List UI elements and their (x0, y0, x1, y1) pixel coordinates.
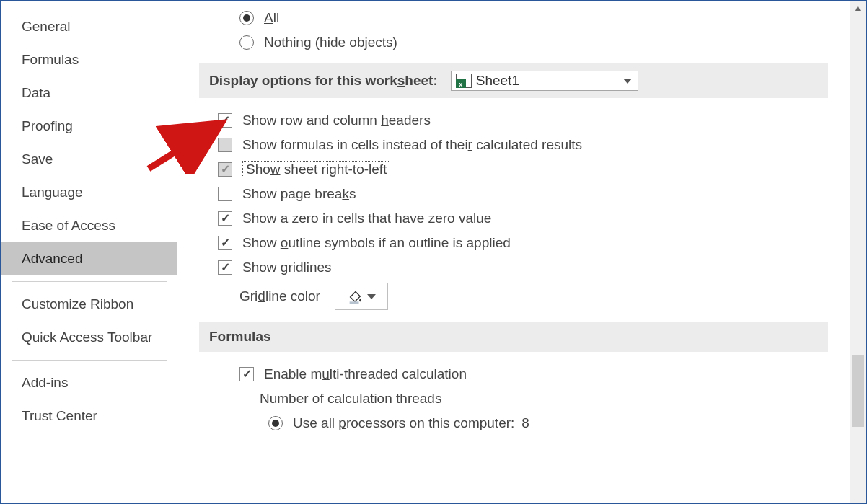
gridline-color-label: Gridline color (239, 288, 320, 304)
checkbox-ws-5[interactable] (218, 236, 232, 250)
checkbox-ws-label-5: Show outline symbols if an outline is ap… (242, 235, 511, 251)
sidebar-item-advanced[interactable]: Advanced (1, 242, 177, 275)
sidebar-item-customize-ribbon[interactable]: Customize Ribbon (1, 288, 177, 321)
chevron-down-icon (367, 294, 376, 299)
sidebar-item-add-ins[interactable]: Add-ins (1, 366, 177, 399)
radio-nothing[interactable] (239, 35, 254, 50)
sidebar-item-ease-of-access[interactable]: Ease of Access (1, 209, 177, 242)
section-formulas: Formulas (199, 322, 828, 352)
checkbox-ws-4[interactable] (218, 211, 232, 226)
sidebar-item-general[interactable]: General (1, 10, 177, 43)
worksheet-select[interactable]: x Sheet1 (451, 71, 638, 91)
threads-label: Number of calculation threads (260, 391, 441, 406)
checkbox-ws-1[interactable] (218, 138, 232, 152)
scrollbar-thumb[interactable] (852, 355, 864, 427)
sidebar-item-formulas[interactable]: Formulas (1, 43, 177, 76)
checkbox-ws-label-4: Show a zero in cells that have zero valu… (242, 211, 491, 226)
sidebar-item-save[interactable]: Save (1, 143, 177, 176)
checkbox-ws-label-0: Show row and column headers (242, 112, 431, 128)
radio-all[interactable] (239, 11, 254, 25)
checkbox-ws-label-1: Show formulas in cells instead of their … (242, 137, 582, 153)
sidebar-item-trust-center[interactable]: Trust Center (1, 399, 177, 433)
options-content: All Nothing (hide objects) Display optio… (177, 1, 850, 503)
worksheet-icon: x (456, 74, 472, 88)
paint-bucket-icon (347, 288, 363, 304)
radio-use-all-processors[interactable] (268, 416, 283, 430)
checkbox-ws-label-2: Show sheet right-to-left (242, 162, 390, 177)
section-title: Display options for this worksheet: (209, 73, 438, 89)
checkbox-enable-multithread-label: Enable multi-threaded calculation (264, 366, 467, 382)
checkbox-ws-label-6: Show gridlines (242, 260, 332, 275)
checkbox-ws-3[interactable] (218, 187, 232, 201)
sidebar-separator (12, 281, 167, 282)
sidebar-item-proofing[interactable]: Proofing (1, 110, 177, 143)
options-sidebar: General Formulas Data Proofing Save Lang… (1, 1, 177, 503)
vertical-scrollbar[interactable]: ▲ (850, 1, 866, 503)
checkbox-ws-2[interactable] (218, 162, 232, 177)
sidebar-item-quick-access-toolbar[interactable]: Quick Access Toolbar (1, 321, 177, 354)
checkbox-ws-0[interactable] (218, 113, 232, 128)
checkbox-ws-6[interactable] (218, 260, 232, 275)
sidebar-item-data[interactable]: Data (1, 76, 177, 110)
checkbox-enable-multithread[interactable] (239, 367, 254, 381)
radio-all-label: All (264, 10, 279, 26)
worksheet-select-value: Sheet1 (476, 73, 519, 89)
section-title-formulas: Formulas (209, 329, 271, 345)
section-display-worksheet: Display options for this worksheet: x Sh… (199, 63, 828, 98)
sidebar-separator (12, 360, 167, 361)
chevron-down-icon (623, 79, 632, 84)
checkbox-ws-label-3: Show page breaks (242, 186, 356, 202)
scroll-up-icon[interactable]: ▲ (850, 3, 866, 13)
sidebar-item-language[interactable]: Language (1, 176, 177, 209)
svg-rect-0 (350, 301, 359, 304)
radio-nothing-label: Nothing (hide objects) (264, 35, 397, 50)
radio-use-all-processors-label: Use all processors on this computer:8 (293, 415, 529, 431)
gridline-color-button[interactable] (335, 283, 388, 310)
